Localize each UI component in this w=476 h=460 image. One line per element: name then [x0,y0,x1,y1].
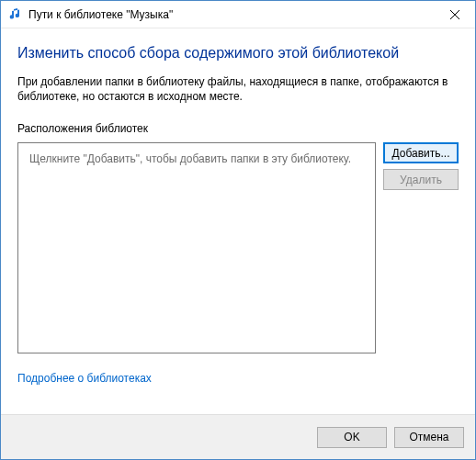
side-buttons: Добавить... Удалить [383,142,459,353]
learn-more-link[interactable]: Подробнее о библиотеках [17,372,152,385]
music-library-icon [8,7,23,22]
dialog-content: Изменить способ сбора содержимого этой б… [1,28,475,414]
window-title: Пути к библиотеке "Музыка" [28,8,434,21]
listbox-placeholder: Щелкните "Добавить", чтобы добавить папк… [29,152,364,165]
remove-button[interactable]: Удалить [383,169,459,190]
titlebar: Пути к библиотеке "Музыка" [1,1,475,28]
dialog-description: При добавлении папки в библиотеку файлы,… [17,74,459,104]
add-button[interactable]: Добавить... [383,142,459,163]
ok-button[interactable]: OK [317,427,387,448]
listbox-label: Расположения библиотек [17,122,459,135]
cancel-button[interactable]: Отмена [394,427,464,448]
library-locations-listbox[interactable]: Щелкните "Добавить", чтобы добавить папк… [17,142,376,353]
dialog-heading: Изменить способ сбора содержимого этой б… [17,45,459,62]
listbox-row: Щелкните "Добавить", чтобы добавить папк… [17,142,459,353]
close-button[interactable] [434,1,475,28]
dialog-window: Пути к библиотеке "Музыка" Изменить спос… [0,0,476,460]
dialog-footer: OK Отмена [1,414,475,459]
